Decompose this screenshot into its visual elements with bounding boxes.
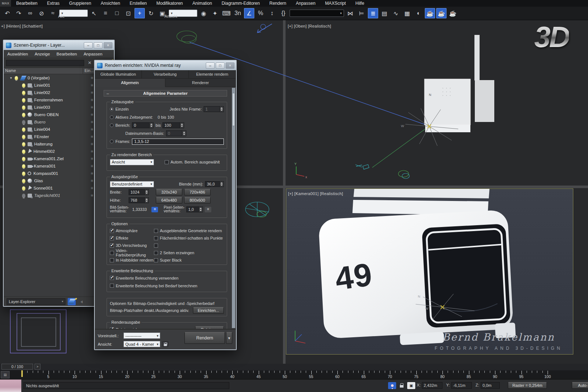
explorer-menu-item[interactable]: Bearbeiten <box>57 52 77 56</box>
res-720x486-button[interactable]: 720x486 <box>184 189 211 195</box>
menu-item[interactable]: Anpassen <box>296 1 315 6</box>
beleuchtung-bedarf-checkbox[interactable] <box>110 284 114 288</box>
scene-explorer-titlebar[interactable]: Szenen-Explorer - Layer... – □ × <box>4 40 114 50</box>
menu-item[interactable]: Erstellen <box>130 1 147 6</box>
pixel-ratio-lock-icon[interactable]: = <box>205 207 211 212</box>
layer-name[interactable]: Tageslicht001 <box>34 193 85 198</box>
close-icon[interactable]: × <box>226 62 234 69</box>
option-checkbox[interactable] <box>110 229 114 233</box>
search-clear-icon[interactable]: ✕ <box>86 60 93 66</box>
search-input[interactable] <box>6 60 84 66</box>
viewport-label-oben[interactable]: [+] [Oben] [Realistisch] <box>288 24 331 28</box>
grid-spacing-display[interactable]: Raster = 0,254m <box>508 382 547 389</box>
redo-button[interactable]: ↷ <box>14 8 24 18</box>
layer-manager-button[interactable]: ≣ <box>368 8 378 18</box>
select-object-button[interactable]: ↖ <box>89 8 99 18</box>
select-and-manipulate-button[interactable]: ✦ <box>210 8 220 18</box>
visibility-bulb-icon[interactable] <box>22 113 25 117</box>
collapse-icon[interactable]: – <box>107 91 109 96</box>
percent-snap-button[interactable]: % <box>255 8 266 18</box>
blende-spinner[interactable]: 36,0 <box>205 181 224 187</box>
viewport-label-hinten[interactable]: +] [Hinten] [Schattiert] <box>1 24 43 28</box>
viewport-label-kamera[interactable]: [+] [Kamera001] [Realistisch] <box>288 191 343 196</box>
curve-editor-button[interactable]: ∿ <box>391 8 401 18</box>
erweiterte-beleuchtung-checkbox[interactable] <box>110 276 114 280</box>
select-and-move-button[interactable]: + <box>135 8 145 18</box>
menu-item[interactable]: Rendern <box>269 1 286 6</box>
visibility-bulb-icon[interactable] <box>22 135 25 139</box>
menu-item[interactable]: Modifikatoren <box>157 1 183 6</box>
explorer-menu-item[interactable]: Anpassen <box>83 52 102 56</box>
menu-item[interactable]: Hilfe <box>355 1 364 6</box>
pixel-ratio-spinner[interactable]: 1,0 <box>186 206 203 212</box>
viewport-lock-icon[interactable] <box>162 341 168 347</box>
bereich-von-spinner[interactable]: 0 <box>132 122 154 128</box>
snap-toggle-button[interactable]: 3n <box>233 8 243 18</box>
layer-mode-icon[interactable] <box>68 298 76 305</box>
menu-item[interactable]: Bearbeiten <box>16 1 37 6</box>
layer-name[interactable]: Linie001 <box>34 83 85 87</box>
option-checkbox[interactable] <box>154 258 158 262</box>
graphite-ribbon-button[interactable]: ▤ <box>379 8 390 18</box>
menu-item[interactable]: Extras <box>47 1 60 6</box>
minimize-icon[interactable]: – <box>84 42 93 48</box>
selection-filter-dropdown[interactable]: Alle <box>59 10 88 17</box>
visibility-bulb-icon[interactable] <box>22 142 25 146</box>
menu-item[interactable]: Gruppieren <box>69 1 91 6</box>
breite-spinner[interactable]: 1024 <box>129 189 149 195</box>
absolute-mode-icon[interactable]: ▣ <box>407 382 415 389</box>
explorer-mode-dropdown[interactable]: Layer-Explorer <box>7 298 65 305</box>
frame-counter[interactable]: 0 / 100 <box>1 364 33 370</box>
tab-allgemein[interactable]: Allgemein <box>95 79 165 87</box>
render-flyout-icon[interactable]: ▾ <box>226 332 232 344</box>
layer-name[interactable]: Linie004 <box>34 127 85 132</box>
hierarchy-mode-icon[interactable]: ⫞ <box>78 298 85 305</box>
visibility-bulb-icon[interactable] <box>22 157 25 161</box>
bild-ratio-lock-icon[interactable]: = <box>151 207 158 212</box>
edit-named-selection-button[interactable]: {} <box>278 8 288 18</box>
layer-name[interactable]: Glas <box>34 179 85 183</box>
schematic-view-button[interactable]: ▦ <box>402 8 412 18</box>
visibility-bulb-icon[interactable] <box>22 150 25 154</box>
res-640x480-button[interactable]: 640x480 <box>156 197 182 204</box>
tab-elemente-rendern[interactable]: Elemente rendern <box>189 70 236 79</box>
layer-name[interactable]: Buero OBEN <box>34 112 85 117</box>
use-pivot-center-button[interactable]: ◉ <box>198 8 209 18</box>
layer-name[interactable]: Kamera001 <box>34 164 85 168</box>
window-crossing-button[interactable]: ⊡ <box>123 8 133 18</box>
render-dialog-titlebar[interactable]: Rendern einrichten: NVIDIA mental ray – … <box>95 61 236 70</box>
trackbar-toggle-icon[interactable]: ▤ <box>1 371 10 378</box>
option-checkbox[interactable] <box>154 229 158 233</box>
tab-verarbeitung[interactable]: Verarbeitung <box>142 70 189 79</box>
render-button[interactable]: Rendern <box>184 332 225 344</box>
maximize-icon[interactable]: □ <box>216 62 225 69</box>
app-logo[interactable]: MAX <box>0 0 11 7</box>
align-button[interactable]: ⊨ <box>356 8 367 18</box>
material-editor-button[interactable]: ◐ <box>413 8 424 18</box>
tab-renderer[interactable]: Renderer <box>165 79 236 87</box>
layer-name[interactable]: Sonne001 <box>33 186 85 190</box>
nte-frame-spinner[interactable]: 1 <box>204 106 224 112</box>
frames-input[interactable]: 1,3,5-12 <box>132 139 224 145</box>
camera-viewport[interactable]: N W [+] [Kamera001] [Realistisch] 49 Ber… <box>286 188 573 355</box>
render-setup-button[interactable]: ☕ <box>425 8 435 18</box>
layer-name[interactable]: 0 (Vorgabe) <box>28 76 85 80</box>
bereich-dropdown[interactable]: Ansicht <box>110 159 154 165</box>
preset-dropdown[interactable]: Benutzerdefiniert <box>110 181 154 187</box>
rollout-allgemeine-parameter[interactable]: – Allgemeine Parameter <box>104 90 227 97</box>
dialog-scrollbar[interactable] <box>232 88 235 328</box>
option-checkbox[interactable] <box>110 251 114 255</box>
option-checkbox[interactable] <box>154 236 158 240</box>
reference-coordinate-dropdown[interactable]: Ansicht <box>169 10 197 17</box>
tab-globale-illumination[interactable]: Globale Illumination <box>95 70 142 79</box>
angle-snap-button[interactable]: ∠ <box>244 8 254 18</box>
einrichten-button[interactable]: Einrichten... <box>193 307 224 314</box>
layer-name[interactable]: Kompass001 <box>33 171 85 176</box>
z-coordinate-field[interactable]: 0,0m <box>481 382 500 389</box>
maxscript-mini-listener[interactable] <box>0 380 21 392</box>
radio-bereich[interactable] <box>110 123 114 127</box>
auto-key-button[interactable]: Auto- <box>572 382 588 389</box>
next-frame-button[interactable]: > <box>35 364 40 370</box>
time-slider-track[interactable]: ▤ 51015202530354045505560657075808590951… <box>0 370 588 379</box>
unlink-selection-button[interactable]: ⊘ <box>36 8 47 18</box>
